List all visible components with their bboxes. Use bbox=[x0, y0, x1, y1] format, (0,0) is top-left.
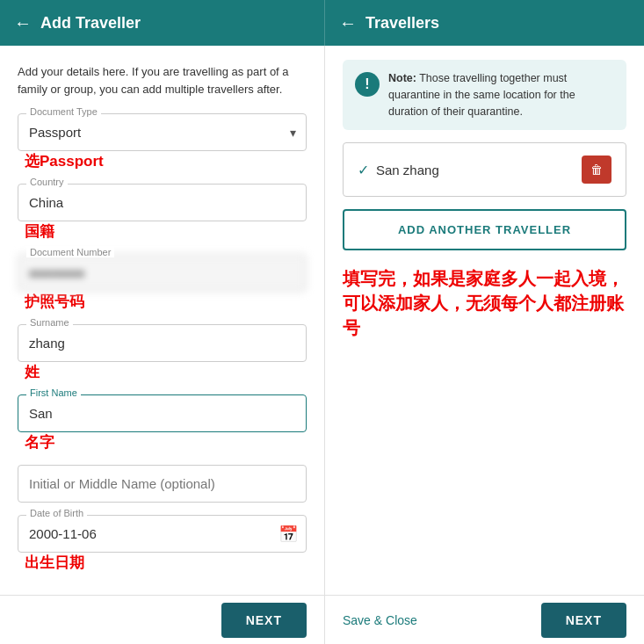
annotation-block: 填写完，如果是家庭多人一起入境，可以添加家人，无须每个人都注册账号 bbox=[343, 266, 626, 340]
note-icon: ! bbox=[355, 72, 380, 97]
right-panel: ! Note: Those travelling together must q… bbox=[325, 46, 644, 595]
country-input[interactable] bbox=[18, 184, 307, 221]
surname-input[interactable] bbox=[18, 324, 307, 362]
back-arrow-right[interactable]: ← bbox=[339, 13, 357, 33]
document-type-select-wrapper: Passport ID Card ▾ bbox=[18, 113, 307, 151]
first-name-label: First Name bbox=[26, 387, 81, 398]
header-left: ← Add Traveller bbox=[0, 0, 325, 46]
dob-field-wrapper: 📅 bbox=[18, 515, 307, 553]
middle-name-group bbox=[18, 465, 307, 503]
surname-annotation: 姓 bbox=[25, 364, 40, 380]
bottom-footer: NEXT Save & Close NEXT bbox=[0, 595, 644, 644]
country-group: Country 国籍 bbox=[18, 184, 307, 242]
surname-group: Surname 姓 bbox=[18, 324, 307, 382]
first-name-annotation: 名字 bbox=[25, 434, 54, 451]
document-number-annotation: 护照号码 bbox=[25, 293, 84, 310]
country-label: Country bbox=[26, 177, 68, 187]
left-panel-title: Add Traveller bbox=[40, 14, 141, 33]
left-panel: Add your details here. If you are travel… bbox=[0, 46, 325, 595]
right-next-button[interactable]: NEXT bbox=[541, 603, 626, 638]
dob-input[interactable] bbox=[18, 515, 307, 553]
document-type-annotation: 选Passport bbox=[25, 153, 104, 170]
main-content: Add your details here. If you are travel… bbox=[0, 46, 644, 595]
document-type-group: Document Type Passport ID Card ▾ 选Passpo… bbox=[18, 113, 307, 171]
dob-annotation: 出生日期 bbox=[25, 554, 84, 571]
note-box: ! Note: Those travelling together must q… bbox=[343, 60, 626, 130]
document-number-group: Document Number 护照号码 bbox=[18, 254, 307, 312]
dob-group: Date of Birth 📅 出生日期 bbox=[18, 515, 307, 573]
save-close-button[interactable]: Save & Close bbox=[343, 613, 417, 627]
document-number-label: Document Number bbox=[26, 247, 114, 257]
note-body: Those travelling together must quarantin… bbox=[388, 72, 575, 118]
note-text: Note: Those travelling together must qua… bbox=[388, 70, 614, 119]
traveller-item: ✓ San zhang 🗑 bbox=[343, 142, 626, 197]
left-next-button[interactable]: NEXT bbox=[221, 603, 307, 638]
header: ← Add Traveller ← Travellers bbox=[0, 0, 644, 46]
document-type-label: Document Type bbox=[26, 106, 101, 117]
traveller-name: ✓ San zhang bbox=[358, 162, 439, 178]
document-number-input[interactable] bbox=[18, 254, 307, 292]
middle-name-input[interactable] bbox=[18, 465, 307, 503]
check-icon: ✓ bbox=[358, 162, 369, 178]
footer-right: Save & Close NEXT bbox=[325, 596, 644, 644]
country-annotation: 国籍 bbox=[25, 223, 54, 240]
right-panel-title: Travellers bbox=[365, 14, 439, 33]
note-bold: Note: bbox=[388, 72, 416, 84]
dob-label: Date of Birth bbox=[26, 508, 87, 518]
first-name-group: First Name 名字 bbox=[18, 394, 307, 452]
header-right: ← Travellers bbox=[325, 0, 644, 46]
footer-left: NEXT bbox=[0, 596, 325, 644]
first-name-input[interactable] bbox=[18, 394, 307, 432]
document-type-select[interactable]: Passport ID Card bbox=[18, 113, 307, 151]
intro-text: Add your details here. If you are travel… bbox=[18, 63, 307, 98]
surname-label: Surname bbox=[26, 317, 73, 328]
delete-traveller-button[interactable]: 🗑 bbox=[582, 156, 611, 184]
back-arrow-left[interactable]: ← bbox=[14, 13, 32, 33]
add-another-traveller-button[interactable]: ADD ANOTHER TRAVELLER bbox=[343, 209, 626, 250]
traveller-name-text: San zhang bbox=[376, 163, 439, 177]
